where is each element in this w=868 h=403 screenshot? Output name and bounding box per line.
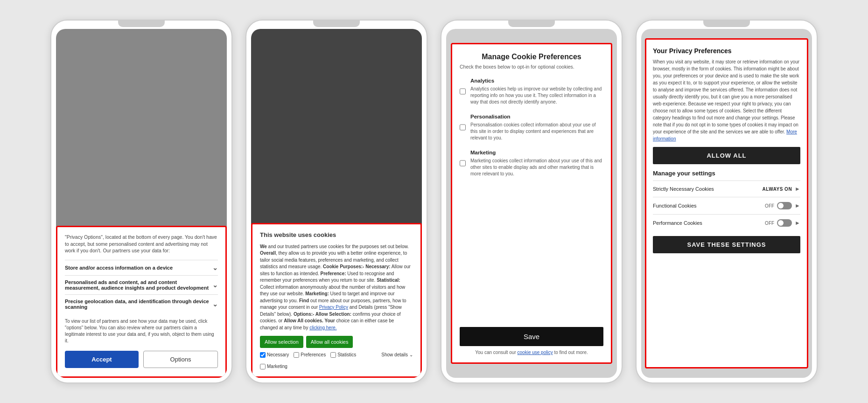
options-button[interactable]: Options <box>143 351 218 368</box>
phone1-screen: "Privacy Options", located at the bottom… <box>56 29 227 378</box>
consult-suffix: to find out more. <box>554 350 588 355</box>
marketing-checkbox[interactable] <box>260 364 266 369</box>
phone3-dialog: Manage Cookie Preferences Check the boxe… <box>451 43 612 364</box>
preferences-label: Preferences <box>301 352 326 359</box>
analytics-desc: Analytics cookies help us improve our we… <box>470 86 603 105</box>
show-details[interactable]: Show details ⌄ <box>381 352 413 359</box>
strictly-necessary-label: Strictly Necessary Cookies <box>653 186 714 192</box>
phone4-screen: Your Privacy Preferences When you visit … <box>641 29 812 378</box>
chevron-down-icon-3: ⌄ <box>212 300 218 308</box>
cookie-policy-link[interactable]: cookie use policy <box>518 350 553 355</box>
phone-notch-4 <box>703 21 750 27</box>
chevron-right-icon-1: ► <box>795 186 800 192</box>
necessary-checkbox-label[interactable]: Necessary <box>260 352 289 359</box>
phone1-option3-label: Precise geolocation data, and identifica… <box>65 299 212 310</box>
analytics-text: Analytics Analytics cookies help us impr… <box>470 76 603 105</box>
save-button[interactable]: Save <box>460 327 603 346</box>
chevron-right-icon-3: ► <box>795 220 800 226</box>
strictly-necessary-row[interactable]: Strictly Necessary Cookies ALWAYS ON ► <box>653 181 800 197</box>
phone4-dialog: Your Privacy Preferences When you visit … <box>645 38 808 368</box>
phone2-screen: This website uses cookies We and our tru… <box>251 29 422 378</box>
show-details-label: Show details <box>381 352 408 359</box>
phone1-footer-text: To view our list of partners and see how… <box>65 318 218 344</box>
phone-1: "Privacy Options", located at the bottom… <box>50 20 232 383</box>
phone-2: This website uses cookies We and our tru… <box>245 20 427 383</box>
personalisation-option: Personalisation Personalisation cookies … <box>460 112 603 141</box>
phone4-title: Your Privacy Preferences <box>653 47 800 55</box>
more-information-link[interactable]: More information <box>653 129 797 141</box>
performance-cookies-label: Performance Cookies <box>653 220 702 226</box>
analytics-checkbox[interactable] <box>460 77 466 105</box>
personalisation-checkbox[interactable] <box>460 113 466 141</box>
functional-toggle[interactable] <box>777 202 792 209</box>
phone3-consult-text: You can consult our cookie use policy to… <box>460 350 603 355</box>
phone1-dialog: "Privacy Options", located at the bottom… <box>56 226 227 378</box>
consult-prefix: You can consult our <box>475 350 516 355</box>
privacy-policy-link[interactable]: Privacy Policy <box>319 305 348 310</box>
phone3-subtitle: Check the boxes below to opt-in for opti… <box>460 64 603 69</box>
functional-cookies-row[interactable]: Functional Cookies OFF ► <box>653 197 800 214</box>
phone4-desc: When you visit any website, it may store… <box>653 58 800 142</box>
functional-cookies-label: Functional Cookies <box>653 203 697 208</box>
phone1-option2-label: Personalised ads and content, ad and con… <box>65 279 212 291</box>
save-settings-button[interactable]: SAVE THESE SETTINGS <box>653 236 800 253</box>
phone1-option3[interactable]: Precise geolocation data, and identifica… <box>65 294 218 313</box>
clicking-here-link[interactable]: clicking here. <box>309 325 336 330</box>
phone2-title: This website uses cookies <box>260 231 413 240</box>
phone2-checkboxes: Necessary Preferences Statistics Show de… <box>260 352 413 370</box>
performance-cookies-row[interactable]: Performance Cookies OFF ► <box>653 214 800 231</box>
statistics-checkbox[interactable] <box>330 352 336 358</box>
marketing-checkbox-label[interactable]: Marketing <box>260 363 287 370</box>
phone2-body: We and our trusted partners use cookies … <box>260 243 413 332</box>
phone3-title: Manage Cookie Preferences <box>460 53 603 61</box>
phone-3: Manage Cookie Preferences Check the boxe… <box>441 20 623 383</box>
marketing-desc-p3: Marketing cookies collect information ab… <box>470 158 603 177</box>
performance-off-label: OFF <box>765 221 774 226</box>
marketing-label-p3: Marketing <box>470 150 496 155</box>
allow-all-cookies-button[interactable]: Allow all cookies <box>306 336 353 348</box>
personalisation-desc: Personalisation cookies collect informat… <box>470 122 603 141</box>
marketing-checkbox-p3[interactable] <box>460 149 466 177</box>
phone-notch-3 <box>508 21 555 27</box>
chevron-right-icon-2: ► <box>795 202 800 209</box>
strictly-necessary-right: ALWAYS ON ► <box>763 186 800 192</box>
phone1-buttons: Accept Options <box>65 351 218 368</box>
always-on-text: ALWAYS ON <box>763 187 792 192</box>
phone3-screen: Manage Cookie Preferences Check the boxe… <box>446 29 617 378</box>
chevron-down-icon-show: ⌄ <box>409 352 413 359</box>
necessary-checkbox[interactable] <box>260 352 266 358</box>
marketing-text: Marketing Marketing cookies collect info… <box>470 148 603 177</box>
preferences-checkbox-label[interactable]: Preferences <box>294 352 326 359</box>
phone2-dialog: This website uses cookies We and our tru… <box>251 223 422 378</box>
statistics-checkbox-label[interactable]: Statistics <box>330 352 356 359</box>
phone1-option2[interactable]: Personalised ads and content, ad and con… <box>65 275 218 294</box>
performance-cookies-right: OFF ► <box>765 219 800 227</box>
chevron-down-icon-2: ⌄ <box>212 281 218 289</box>
allow-selection-button[interactable]: Allow selection <box>260 336 303 348</box>
personalisation-label: Personalisation <box>470 114 511 119</box>
functional-cookies-right: OFF ► <box>765 202 800 209</box>
phone-notch-2 <box>313 21 360 27</box>
statistics-label: Statistics <box>337 352 356 359</box>
phone-notch-1 <box>118 21 165 27</box>
marketing-option: Marketing Marketing cookies collect info… <box>460 148 603 177</box>
personalisation-text: Personalisation Personalisation cookies … <box>470 112 603 141</box>
manage-settings-title: Manage your settings <box>653 170 800 177</box>
analytics-option: Analytics Analytics cookies help us impr… <box>460 76 603 105</box>
accept-button[interactable]: Accept <box>65 351 139 368</box>
marketing-label: Marketing <box>267 363 287 370</box>
phone1-intro: "Privacy Options", located at the bottom… <box>65 234 218 254</box>
preferences-checkbox[interactable] <box>294 352 299 358</box>
phone2-action-buttons: Allow selection Allow all cookies <box>260 336 413 348</box>
necessary-label: Necessary <box>267 352 289 359</box>
performance-toggle[interactable] <box>777 219 792 227</box>
chevron-down-icon-1: ⌄ <box>212 264 218 271</box>
phone1-option1-label: Store and/or access information on a dev… <box>65 265 173 271</box>
phone1-option1[interactable]: Store and/or access information on a dev… <box>65 260 218 275</box>
phone-4: Your Privacy Preferences When you visit … <box>636 20 818 383</box>
analytics-label: Analytics <box>470 78 494 83</box>
functional-off-label: OFF <box>765 203 774 208</box>
allow-all-button[interactable]: ALLOW ALL <box>653 147 800 164</box>
